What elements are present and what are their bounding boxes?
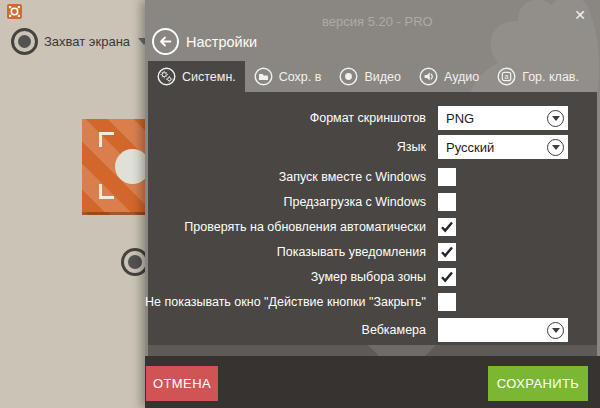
tab-label: Сохр. в xyxy=(279,70,322,84)
settings-panel: Формат скриншотов PNG Язык Русский Запус… xyxy=(148,92,597,345)
setting-label: Зумер выбора зоны xyxy=(311,270,426,284)
setting-label: Проверять на обновления автоматически xyxy=(184,220,426,234)
settings-tabs: Системн. Сохр. в Видео Аудио xyxy=(148,61,588,92)
tab-hotkeys[interactable]: a Гор. клав. xyxy=(488,61,588,92)
panel-notch-handle xyxy=(368,345,436,356)
speaker-icon xyxy=(419,67,438,86)
tab-system[interactable]: Системн. xyxy=(148,61,245,92)
setting-label: Показывать уведомления xyxy=(277,245,426,259)
setting-label: Не показывать окно "Действие кнопки "Зак… xyxy=(145,295,426,309)
show-notifications-checkbox[interactable] xyxy=(438,243,456,261)
setting-row-preload-with-windows: Предзагрузка с Windows xyxy=(148,193,568,211)
record-dot-icon xyxy=(339,67,358,86)
capture-mode-label: Захват экрана xyxy=(44,34,130,49)
capture-bracket-icon xyxy=(99,132,114,147)
settings-header: Настройки xyxy=(152,28,257,55)
language-dropdown[interactable]: Русский xyxy=(438,135,568,159)
setting-label: Запуск вместе с Windows xyxy=(279,170,426,184)
launch-with-windows-checkbox[interactable] xyxy=(438,168,456,186)
setting-row-show-notifications: Показывать уведомления xyxy=(148,243,568,261)
preload-with-windows-checkbox[interactable] xyxy=(438,193,456,211)
setting-row-launch-with-windows: Запуск вместе с Windows xyxy=(148,168,568,186)
close-icon[interactable]: ✕ xyxy=(574,8,586,22)
tab-label: Аудио xyxy=(444,70,479,84)
gears-icon xyxy=(157,67,176,86)
version-label: версия 5.20 - PRO xyxy=(322,14,433,29)
capture-bracket-icon xyxy=(99,184,114,199)
setting-label: Язык xyxy=(397,140,426,154)
footer-bar: ОТМЕНА СОХРАНИТЬ xyxy=(145,356,600,408)
panel-bottom-strip xyxy=(148,345,597,356)
capture-mode-selector[interactable]: Захват экрана xyxy=(11,28,150,55)
setting-row-auto-update: Проверять на обновления автоматически xyxy=(148,218,568,236)
dropdown-arrow-icon[interactable] xyxy=(547,110,564,127)
hide-close-action-checkbox[interactable] xyxy=(438,293,456,311)
tab-label: Гор. клав. xyxy=(522,70,579,84)
app-logo-icon xyxy=(7,4,22,19)
webcam-dropdown[interactable] xyxy=(438,318,568,342)
screenshot-thumbnail[interactable] xyxy=(82,119,150,215)
svg-text:a: a xyxy=(505,73,509,80)
dropdown-value: PNG xyxy=(446,111,474,126)
setting-row-screenshot-format: Формат скриншотов PNG xyxy=(148,106,568,130)
setting-row-language: Язык Русский xyxy=(148,135,568,159)
settings-sheet: ✕ версия 5.20 - PRO Настройки Системн. xyxy=(145,0,600,408)
dropdown-arrow-icon[interactable] xyxy=(547,139,564,156)
setting-row-hide-close-action-window: Не показывать окно "Действие кнопки "Зак… xyxy=(148,293,568,311)
tab-label: Видео xyxy=(364,70,401,84)
record-ring-icon xyxy=(11,28,38,55)
tab-label: Системн. xyxy=(182,70,236,84)
setting-label: Формат скриншотов xyxy=(310,111,426,125)
auto-update-checkbox[interactable] xyxy=(438,218,456,236)
folder-icon xyxy=(254,67,273,86)
setting-row-webcam: Вебкамера xyxy=(148,318,568,342)
screenshot-format-dropdown[interactable]: PNG xyxy=(438,106,568,130)
page-title: Настройки xyxy=(186,34,257,50)
capture-app-panel: Захват экрана xyxy=(0,0,145,408)
arrow-left-icon xyxy=(158,34,173,49)
back-button[interactable] xyxy=(152,28,179,55)
setting-label: Предзагрузка с Windows xyxy=(283,195,426,209)
tab-audio[interactable]: Аудио xyxy=(410,61,488,92)
save-button[interactable]: СОХРАНИТЬ xyxy=(488,366,588,401)
tab-video[interactable]: Видео xyxy=(330,61,410,92)
setting-row-zone-zoomer: Зумер выбора зоны xyxy=(148,268,568,286)
zone-zoomer-checkbox[interactable] xyxy=(438,268,456,286)
setting-label: Вебкамера xyxy=(362,323,426,337)
dropdown-value: Русский xyxy=(446,140,494,155)
cancel-button[interactable]: ОТМЕНА xyxy=(146,366,218,401)
dropdown-arrow-icon[interactable] xyxy=(547,322,564,339)
tab-save-to[interactable]: Сохр. в xyxy=(245,61,331,92)
keyboard-key-icon: a xyxy=(497,67,516,86)
